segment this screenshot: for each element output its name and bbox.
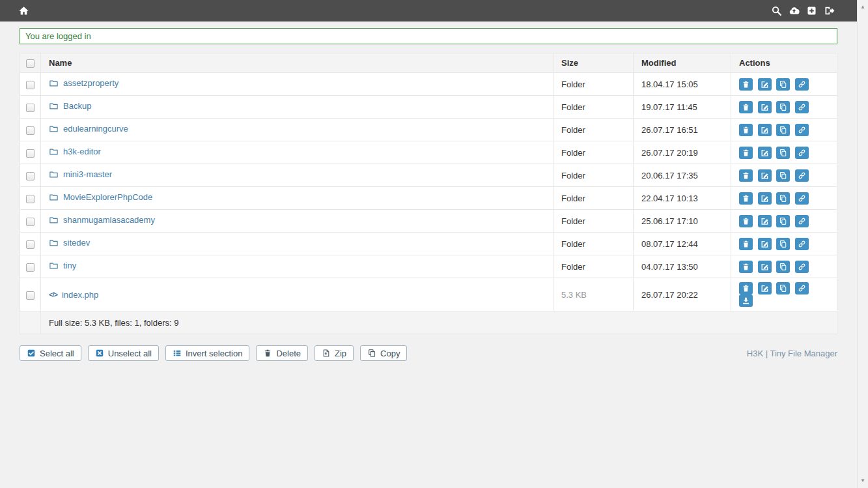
rename-button[interactable] <box>758 282 772 294</box>
copy-button[interactable] <box>776 261 790 273</box>
button-label: Copy <box>380 349 400 358</box>
link-icon <box>798 194 806 203</box>
link-button[interactable] <box>795 124 809 136</box>
row-checkbox[interactable] <box>26 149 35 158</box>
delete-button[interactable] <box>739 282 753 294</box>
zip-button[interactable]: Zip <box>315 345 354 361</box>
invert-selection-button[interactable]: Invert selection <box>165 345 249 361</box>
file-link[interactable]: </>index.php <box>49 290 98 300</box>
rename-button[interactable] <box>758 192 772 205</box>
select-all-button[interactable]: Select all <box>20 345 81 361</box>
item-name: h3k-editor <box>63 147 101 156</box>
delete-button[interactable] <box>739 169 753 182</box>
bulk-actions-toolbar: Select all Unselect all Invert selection… <box>20 345 837 361</box>
row-checkbox[interactable] <box>26 195 35 203</box>
copy-button[interactable] <box>776 192 790 205</box>
home-button[interactable] <box>18 5 29 16</box>
link-button[interactable] <box>795 169 809 182</box>
rename-button[interactable] <box>758 78 772 91</box>
link-button[interactable] <box>795 147 809 159</box>
folder-icon <box>49 192 59 202</box>
copy-button[interactable] <box>776 78 790 91</box>
row-checkbox[interactable] <box>26 126 35 135</box>
folder-link[interactable]: h3k-editor <box>49 147 101 156</box>
copy-button[interactable] <box>776 169 790 182</box>
folder-link[interactable]: mini3-master <box>49 169 112 179</box>
delete-button[interactable] <box>739 261 753 273</box>
folder-link[interactable]: Backup <box>49 101 91 111</box>
edit-icon <box>761 240 769 248</box>
folder-link[interactable]: tiny <box>49 261 76 270</box>
vertical-scrollbar[interactable]: ▲ ▼ <box>857 0 868 488</box>
search-icon <box>771 5 782 16</box>
edit-icon <box>761 126 769 134</box>
scroll-up-arrow-icon[interactable]: ▲ <box>858 5 868 10</box>
link-button[interactable] <box>795 215 809 227</box>
table-row: MovieExplorerPhpCode Folder 22.04.17 10:… <box>20 187 837 210</box>
row-checkbox[interactable] <box>26 104 35 112</box>
link-button[interactable] <box>795 78 809 91</box>
unselect-all-button[interactable]: Unselect all <box>88 345 159 361</box>
link-button[interactable] <box>795 101 809 113</box>
upload-button[interactable] <box>789 5 800 16</box>
link-button[interactable] <box>795 282 809 294</box>
rename-button[interactable] <box>758 124 772 136</box>
download-button[interactable] <box>739 294 753 307</box>
folder-icon <box>49 238 59 248</box>
copy-button[interactable] <box>776 147 790 159</box>
row-checkbox[interactable] <box>26 240 35 249</box>
copy-button[interactable] <box>776 124 790 136</box>
copy-icon <box>779 284 787 293</box>
new-item-button[interactable] <box>806 5 817 16</box>
delete-button[interactable] <box>739 147 753 159</box>
rename-button[interactable] <box>758 101 772 113</box>
delete-button[interactable] <box>739 215 753 227</box>
search-button[interactable] <box>771 5 782 16</box>
select-all-checkbox[interactable] <box>26 59 35 68</box>
item-name: sitedev <box>63 238 90 248</box>
button-label: Delete <box>276 349 301 358</box>
link-button[interactable] <box>795 261 809 273</box>
folder-icon <box>49 78 59 88</box>
delete-button[interactable] <box>739 101 753 113</box>
copy-button[interactable] <box>776 215 790 227</box>
delete-button[interactable] <box>739 192 753 205</box>
copy-button[interactable] <box>776 101 790 113</box>
delete-selected-button[interactable]: Delete <box>256 345 308 361</box>
link-icon <box>798 126 806 134</box>
copy-button[interactable] <box>776 282 790 294</box>
folder-link[interactable]: assetzproperty <box>49 78 119 88</box>
folder-link[interactable]: sitedev <box>49 238 90 248</box>
rename-button[interactable] <box>758 238 772 250</box>
row-checkbox[interactable] <box>26 172 35 180</box>
copy-selected-button[interactable]: Copy <box>360 345 407 361</box>
rename-button[interactable] <box>758 215 772 227</box>
size-cell: Folder <box>553 233 634 255</box>
delete-button[interactable] <box>739 238 753 250</box>
copy-icon <box>779 240 787 248</box>
copy-button[interactable] <box>776 238 790 250</box>
row-checkbox[interactable] <box>26 218 35 226</box>
content: You are logged in Name Size Modified Act… <box>0 22 857 361</box>
rename-button[interactable] <box>758 261 772 273</box>
delete-button[interactable] <box>739 124 753 136</box>
column-header-name: Name <box>41 53 553 73</box>
trash-icon <box>742 284 750 293</box>
rename-button[interactable] <box>758 169 772 182</box>
row-checkbox[interactable] <box>26 263 35 272</box>
row-checkbox[interactable] <box>26 291 35 300</box>
logout-button[interactable] <box>824 5 835 16</box>
rename-button[interactable] <box>758 147 772 159</box>
edit-icon <box>761 263 769 271</box>
folder-link[interactable]: MovieExplorerPhpCode <box>49 192 152 202</box>
delete-button[interactable] <box>739 78 753 91</box>
folder-link[interactable]: edulearningcurve <box>49 124 128 134</box>
folder-icon <box>49 169 59 179</box>
link-icon <box>798 284 806 293</box>
row-checkbox[interactable] <box>26 81 35 89</box>
folder-icon <box>49 261 59 270</box>
link-button[interactable] <box>795 238 809 250</box>
scroll-down-arrow-icon[interactable]: ▼ <box>858 478 868 483</box>
link-button[interactable] <box>795 192 809 205</box>
folder-link[interactable]: shanmugamiasacademy <box>49 215 155 225</box>
